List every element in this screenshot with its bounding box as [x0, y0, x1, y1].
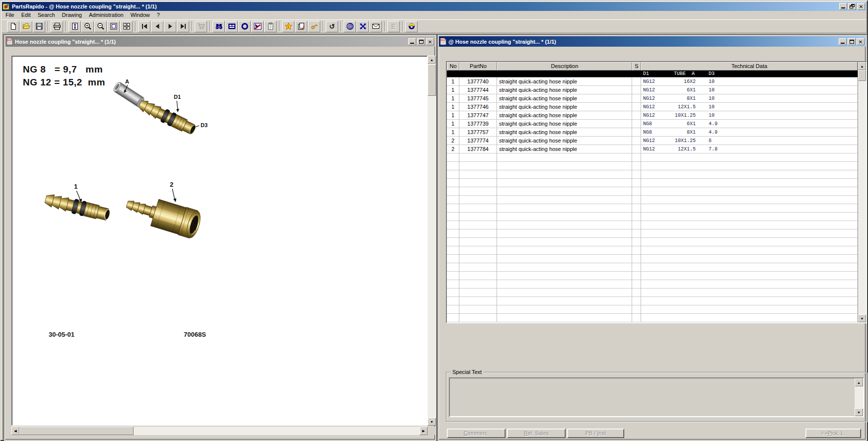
toolbar-open-folder-button[interactable] — [20, 21, 32, 32]
menu-item-edit[interactable]: Edit — [18, 11, 34, 19]
column-header-s[interactable]: S — [632, 62, 641, 71]
toolbar-save-button[interactable] — [33, 21, 45, 32]
table-row[interactable]: 1 1377739 straight quick-acting hose nip… — [447, 120, 858, 128]
toolbar-refresh-button[interactable]: ↺ — [326, 21, 338, 32]
toolbar-first-page-button[interactable] — [138, 21, 150, 32]
toolbar-zoom-out-button[interactable] — [94, 21, 107, 32]
toolbar-next-page-button[interactable] — [164, 21, 176, 32]
scroll-down-arrow[interactable]: ▼ — [428, 418, 436, 426]
parts-table: No PartNo Description S Technical Data D… — [446, 61, 867, 323]
scroll-right-arrow[interactable]: ▶ — [420, 427, 428, 435]
table-empty-rows[interactable] — [447, 153, 858, 322]
main-titlebar[interactable]: PartsRapido - @ Hose nozzle coupling "st… — [2, 2, 866, 11]
drawing-titlebar[interactable]: DOC Hose nozzle coupling "straight... * … — [5, 36, 435, 47]
menu-item-window[interactable]: Window — [127, 11, 153, 19]
shopping-cart-icon — [197, 22, 205, 30]
pb-inst-button[interactable]: PB / Inst — [567, 429, 624, 438]
scroll-up-arrow[interactable]: ▲ — [855, 378, 863, 386]
table-row[interactable]: 2 1377774 straight quick-acting hose nip… — [447, 137, 858, 145]
parts-close-button[interactable]: ✕ — [857, 38, 865, 45]
vertical-scroll-thumb[interactable] — [858, 70, 866, 81]
table-row[interactable]: 1 1377746 straight quick-acting hose nip… — [447, 103, 858, 111]
column-header-technical-data[interactable]: Technical Data — [641, 62, 858, 71]
drawing-close-button[interactable]: ✕ — [426, 38, 434, 45]
column-header-partno[interactable]: PartNo — [459, 62, 497, 71]
toolbar-resize-arrows-button[interactable] — [357, 21, 369, 32]
rel-sales-button[interactable]: Rel. Sales — [507, 429, 566, 438]
parts-minimize-button[interactable] — [839, 38, 847, 45]
toolbar-envelope-button[interactable] — [369, 21, 382, 32]
toolbar-at-circle-button[interactable]: @ — [344, 21, 356, 32]
table-row[interactable]: 2 1377784 straight quick-acting hose nip… — [447, 145, 858, 153]
toolbar-export-e-button[interactable]: E — [387, 21, 400, 32]
horizontal-scroll-thumb[interactable] — [19, 427, 134, 435]
pick-l-button[interactable]: =>Pick. L. — [805, 429, 861, 438]
zoom-out-icon — [97, 22, 105, 30]
cell-no: 1 — [447, 103, 459, 111]
table-row[interactable]: 1 1377745 straight quick-acting hose nip… — [447, 94, 858, 103]
cell-s — [632, 137, 641, 145]
restore-button[interactable] — [848, 3, 856, 10]
scroll-up-arrow[interactable]: ▲ — [858, 62, 866, 70]
table-row[interactable]: 1 1377744 straight quick-acting hose nip… — [447, 86, 858, 94]
menu-item-help[interactable]: ? — [153, 11, 163, 19]
vertical-scroll-thumb[interactable] — [428, 64, 436, 96]
cell-no: 2 — [447, 137, 459, 145]
column-header-no[interactable]: No — [447, 62, 459, 71]
toolbar-favorites-star-button[interactable]: i — [282, 21, 294, 32]
parts-titlebar[interactable]: DOC @ Hose nozzle coupling "straight... … — [439, 36, 866, 47]
scroll-up-arrow[interactable]: ▲ — [428, 56, 436, 64]
parts-maximize-button[interactable] — [848, 38, 856, 45]
cell-partno: 1377746 — [459, 103, 497, 111]
table-vertical-scrollbar[interactable]: ▲ ▼ — [858, 62, 866, 322]
menu-item-search[interactable]: Search — [34, 11, 59, 19]
close-button[interactable]: ✕ — [857, 3, 865, 10]
document-icon: DOC — [440, 38, 446, 45]
scroll-down-arrow[interactable]: ▼ — [858, 314, 866, 322]
tech-subheader-row[interactable]: D1 TUBE A D3 — [447, 71, 858, 77]
drawing-horizontal-scrollbar[interactable]: ◀ ▶ — [11, 427, 428, 435]
toolbar-service-ball-button[interactable] — [405, 21, 418, 32]
scroll-left-arrow[interactable]: ◀ — [11, 427, 19, 435]
toolbar-clipboard-button[interactable] — [264, 21, 277, 32]
menu-item-administration[interactable]: Administration — [85, 11, 127, 19]
special-text-scrollbar[interactable]: ▲ ▼ — [855, 378, 863, 416]
toolbar-zoom-in-button[interactable] — [81, 21, 94, 32]
toolbar-parts-list-button[interactable] — [225, 21, 238, 32]
toolbar-page-view-button[interactable] — [107, 21, 120, 32]
menu-item-file[interactable]: File — [2, 11, 18, 19]
minimize-button[interactable] — [839, 3, 847, 10]
special-text-area[interactable]: ▲ ▼ — [449, 377, 864, 417]
drawing-maximize-button[interactable] — [417, 38, 425, 45]
scrollbar-corner — [428, 427, 436, 435]
toolbar-key-button[interactable] — [308, 21, 320, 32]
toolbar-catalog-stack-button[interactable]: ! — [295, 21, 307, 32]
drawing-minimize-button[interactable] — [408, 38, 416, 45]
cell-partno: 1377784 — [459, 145, 497, 153]
export-e-icon: E — [391, 23, 396, 30]
table-row[interactable]: 1 1377747 straight quick-acting hose nip… — [447, 111, 858, 120]
cell-s — [632, 86, 641, 94]
drawing-canvas[interactable]: NG 8 = 9,7 mmNG 12 = 15,2 mm — [11, 56, 428, 426]
commerc-button[interactable]: Commerc. — [447, 429, 506, 438]
scroll-down-arrow[interactable]: ▼ — [855, 408, 863, 416]
table-row[interactable]: 1 1377740 straight quick-acting hose nip… — [447, 77, 858, 86]
table-row[interactable]: 1 1377757 straight quick-acting hose nip… — [447, 128, 858, 137]
toolbar-ring-button[interactable] — [238, 21, 251, 32]
column-header-description[interactable]: Description — [497, 62, 632, 71]
drawing-vertical-scrollbar[interactable]: ▲ ▼ — [428, 56, 436, 426]
toolbar-fit-page-button[interactable] — [69, 21, 81, 32]
toolbar-last-page-button[interactable] — [177, 21, 189, 32]
toolbar-flag-arrow-button[interactable] — [251, 21, 264, 32]
document-icon: DOC — [6, 38, 13, 45]
toolbar-previous-page-button[interactable] — [151, 21, 163, 32]
special-text-value[interactable] — [451, 379, 854, 415]
main-window: PartsRapido - @ Hose nozzle coupling "st… — [0, 0, 868, 441]
toolbar-search-binoculars-button[interactable] — [213, 21, 225, 32]
toolbar-thumbnail-view-button[interactable] — [120, 21, 133, 32]
toolbar-shopping-cart-button[interactable] — [195, 21, 207, 32]
menu-item-drawing[interactable]: Drawing — [59, 11, 85, 19]
toolbar-new-document-button[interactable] — [7, 21, 19, 32]
ring-icon — [241, 22, 249, 30]
toolbar-print-button[interactable] — [51, 21, 63, 32]
